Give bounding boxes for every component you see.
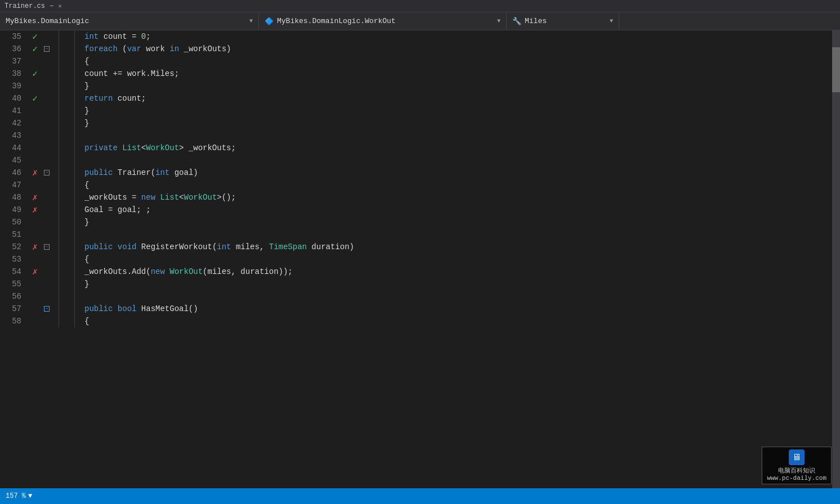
table-row: 50 } — [0, 216, 832, 228]
coverage-indicator: ✓ — [27, 93, 43, 104]
class-dropdown[interactable]: 🔷 MyBikes.DomainLogic.WorkOut ▼ — [259, 12, 507, 30]
line-number: 52 — [0, 242, 27, 251]
namespace-dropdown[interactable]: MyBikes.DomainLogic ▼ — [0, 12, 259, 30]
indent-guide — [51, 68, 82, 80]
code-text: public Trainer(int goal) — [82, 166, 832, 179]
indent-guide — [51, 105, 82, 117]
code-text: { — [82, 55, 832, 68]
fold-minus-icon[interactable]: − — [44, 170, 50, 176]
indent-guide — [51, 278, 82, 290]
coverage-indicator: ✗ — [27, 167, 43, 178]
indent-guide — [51, 228, 82, 241]
table-row: 53 { — [0, 253, 832, 266]
code-text: public bool HasMetGoal() — [82, 303, 832, 315]
line-number: 56 — [0, 292, 27, 301]
code-text: } — [82, 278, 832, 290]
indent-guide — [51, 191, 82, 204]
fold-minus-blue-icon[interactable]: − — [44, 306, 50, 312]
fold-indicator[interactable]: − — [43, 244, 51, 250]
code-text: Goal = goal; ; — [82, 204, 832, 216]
table-row: 40✓ return count; — [0, 92, 832, 105]
indent-guide — [51, 129, 82, 142]
indent-guide — [51, 241, 82, 253]
code-text: { — [82, 315, 832, 327]
line-number: 57 — [0, 304, 27, 313]
coverage-indicator: ✗ — [27, 266, 43, 277]
fold-minus-icon[interactable]: − — [44, 46, 50, 52]
table-row: 52✗− public void RegisterWorkout(int mil… — [0, 241, 832, 253]
table-row: 47 { — [0, 179, 832, 191]
indent-guide — [51, 55, 82, 68]
indent-guide — [51, 253, 82, 266]
zoom-level: 157 % — [6, 492, 26, 500]
line-number: 41 — [0, 106, 27, 115]
table-row: 55 } — [0, 278, 832, 290]
table-row: 51 — [0, 228, 832, 241]
table-row: 35✓ int count = 0; — [0, 30, 832, 43]
indent-guide — [51, 204, 82, 216]
code-text: } — [82, 117, 832, 129]
zoom-control[interactable]: 157 % ▼ — [6, 492, 32, 500]
line-number: 51 — [0, 230, 27, 239]
line-number: 45 — [0, 156, 27, 165]
coverage-indicator: ✗ — [27, 204, 43, 215]
member-dropdown[interactable]: 🔧 Miles ▼ — [507, 12, 619, 30]
table-row: 38✓ count += work.Miles; — [0, 68, 832, 80]
table-row: 39 } — [0, 80, 832, 92]
tab-close-button[interactable]: ✕ — [58, 2, 62, 10]
code-text: } — [82, 80, 832, 92]
table-row: 58 { — [0, 315, 832, 327]
table-row: 46✗− public Trainer(int goal) — [0, 166, 832, 179]
zoom-dropdown-arrow[interactable]: ▼ — [28, 492, 32, 500]
line-number: 46 — [0, 168, 27, 177]
code-text: } — [82, 216, 832, 228]
file-tab-label[interactable]: Trainer.cs — [5, 2, 45, 10]
table-row: 37 { — [0, 55, 832, 68]
line-number: 47 — [0, 181, 27, 190]
line-number: 39 — [0, 82, 27, 91]
indent-guide — [51, 216, 82, 228]
indent-guide — [51, 166, 82, 179]
line-number: 40 — [0, 94, 27, 103]
coverage-x-icon: ✗ — [32, 266, 38, 277]
class-arrow: ▼ — [497, 18, 501, 24]
coverage-x-icon: ✗ — [32, 241, 38, 253]
coverage-x-icon: ✗ — [32, 167, 38, 178]
indent-guide — [51, 80, 82, 92]
fold-indicator[interactable]: − — [43, 170, 51, 176]
member-label: Miles — [525, 17, 547, 25]
line-number: 42 — [0, 119, 27, 128]
indent-guide — [51, 30, 82, 43]
class-icon: 🔷 — [265, 17, 274, 26]
coverage-indicator: ✗ — [27, 241, 43, 253]
line-number: 43 — [0, 131, 27, 140]
status-bar: 157 % ▼ — [0, 488, 840, 504]
indent-guide — [51, 117, 82, 129]
fold-indicator[interactable]: − — [43, 46, 51, 52]
code-text: return count; — [82, 92, 832, 105]
coverage-check-icon: ✓ — [32, 68, 38, 79]
code-text: private List<WorkOut> _workOuts; — [82, 142, 832, 154]
line-number: 44 — [0, 143, 27, 152]
code-text: } — [82, 105, 832, 117]
coverage-indicator: ✓ — [27, 31, 43, 42]
code-editor[interactable]: 35✓ int count = 0;36✓− foreach (var work… — [0, 30, 832, 488]
coverage-check-icon: ✓ — [32, 31, 38, 42]
table-row: 48✗ _workOuts = new List<WorkOut>(); — [0, 191, 832, 204]
watermark-icon: 🖥 — [789, 449, 805, 465]
line-number: 50 — [0, 218, 27, 227]
scrollbar-thumb[interactable] — [832, 47, 840, 92]
table-row: 42 } — [0, 117, 832, 129]
fold-minus-icon[interactable]: − — [44, 244, 50, 250]
tab-pin-icon[interactable]: − — [50, 2, 53, 10]
scrollbar-track[interactable] — [832, 30, 840, 488]
line-number: 53 — [0, 255, 27, 264]
watermark-site: www.pc-daily.com — [767, 475, 826, 482]
table-row: 49✗ Goal = goal; ; — [0, 204, 832, 216]
code-text: count += work.Miles; — [82, 68, 832, 80]
watermark: 🖥 电脑百科知识 www.pc-daily.com — [762, 447, 832, 484]
table-row: 56 — [0, 290, 832, 303]
code-text: public void RegisterWorkout(int miles, T… — [82, 241, 832, 253]
fold-indicator[interactable]: − — [43, 306, 51, 312]
line-number: 58 — [0, 317, 27, 326]
